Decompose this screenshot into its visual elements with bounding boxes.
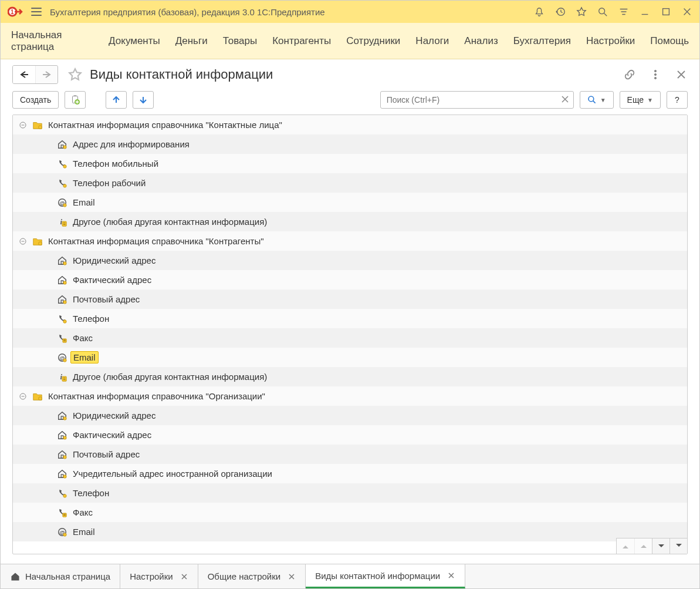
address-icon xyxy=(56,255,68,266)
tree-item[interactable]: Другое (любая другая контактная информац… xyxy=(13,212,687,231)
menu-item-9[interactable]: Настройки xyxy=(586,35,635,47)
collapse-icon[interactable] xyxy=(19,121,27,129)
menu-item-8[interactable]: Бухгалтерия xyxy=(513,35,571,47)
tab-close-icon[interactable] xyxy=(180,573,188,581)
menu-item-10[interactable]: Помощь xyxy=(650,35,689,47)
more-button[interactable]: Еще▼ xyxy=(620,91,661,109)
tree-item-label: Почтовый адрес xyxy=(73,294,140,304)
menu-item-1[interactable]: Документы xyxy=(109,35,160,47)
tree-item-label: Юридический адрес xyxy=(73,255,155,265)
menu-item-3[interactable]: Товары xyxy=(223,35,257,47)
bottom-tab-label: Виды контактной информации xyxy=(315,571,440,581)
tree-item-label: Email xyxy=(73,527,95,537)
star-icon[interactable] xyxy=(576,6,587,17)
tree-item[interactable]: Почтовый адрес xyxy=(13,290,687,309)
address-icon xyxy=(56,139,68,150)
nav-back-forward xyxy=(12,65,58,84)
tree-item-label: Телефон xyxy=(73,314,109,324)
search-clear-icon[interactable] xyxy=(560,94,570,105)
tree-nav-up[interactable] xyxy=(634,538,652,554)
tree-nav-top[interactable] xyxy=(617,538,634,554)
tree-group[interactable]: Контактная информация справочника "Орган… xyxy=(13,386,687,406)
phone-icon xyxy=(56,159,68,169)
kebab-menu-icon[interactable] xyxy=(649,68,662,81)
tab-close-icon[interactable] xyxy=(447,571,455,580)
info-icon xyxy=(56,217,68,227)
move-down-button[interactable] xyxy=(133,91,154,109)
tree-item[interactable]: Учредительный адрес иностранной организа… xyxy=(13,464,687,483)
close-page-icon[interactable] xyxy=(675,68,688,81)
maximize-icon[interactable] xyxy=(661,6,671,17)
collapse-icon[interactable] xyxy=(19,392,27,400)
tree-item[interactable]: Телефон xyxy=(13,309,687,328)
create-button[interactable]: Создать xyxy=(12,91,59,109)
favorite-toggle-icon[interactable] xyxy=(67,67,83,82)
tree-nav-bottom[interactable] xyxy=(669,538,687,554)
filter-icon[interactable] xyxy=(618,6,629,17)
tree-item[interactable]: Email xyxy=(13,348,687,367)
titlebar: 1 Бухгалтерия предприятия (базовая), ред… xyxy=(1,1,699,23)
tab-close-icon[interactable] xyxy=(288,573,296,581)
tree-item-label: Другое (любая другая контактная информац… xyxy=(73,217,267,227)
minimize-icon[interactable] xyxy=(640,6,650,17)
page-title: Виды контактной информации xyxy=(90,67,273,82)
tree-item[interactable]: Почтовый адрес xyxy=(13,445,687,464)
menu-item-6[interactable]: Налоги xyxy=(415,35,449,47)
bottom-tab-label: Настройки xyxy=(130,571,173,581)
phone-icon xyxy=(56,314,68,324)
tree-item[interactable]: Факс xyxy=(13,503,687,522)
search-icon[interactable] xyxy=(597,6,608,17)
tree-item-label: Юридический адрес xyxy=(73,410,155,420)
address-icon xyxy=(56,430,68,440)
collapse-icon[interactable] xyxy=(19,237,27,245)
search-execute-button[interactable]: ▼ xyxy=(580,91,614,109)
menu-item-2[interactable]: Деньги xyxy=(175,35,208,47)
create-copy-button[interactable] xyxy=(65,91,86,109)
menu-item-5[interactable]: Сотрудники xyxy=(346,35,400,47)
tree-item[interactable]: Другое (любая другая контактная информац… xyxy=(13,367,687,386)
fax-icon xyxy=(56,507,68,518)
tree-item[interactable]: Юридический адрес xyxy=(13,251,687,270)
bell-icon[interactable] xyxy=(534,6,545,17)
nav-back-button[interactable] xyxy=(13,66,35,83)
tree-item[interactable]: Email xyxy=(13,522,687,541)
bottom-tab-1[interactable]: Настройки xyxy=(120,564,198,588)
tree-item[interactable]: Телефон мобильный xyxy=(13,154,687,173)
bottom-tabs: Начальная страницаНастройкиОбщие настрой… xyxy=(1,564,699,588)
email-icon xyxy=(56,527,68,537)
move-up-button[interactable] xyxy=(106,91,127,109)
tree-item[interactable]: Телефон рабочий xyxy=(13,173,687,193)
tree-group[interactable]: Контактная информация справочника "Контр… xyxy=(13,231,687,251)
tree-item[interactable]: Адрес для информирования xyxy=(13,134,687,154)
tree-item[interactable]: Фактический адрес xyxy=(13,425,687,445)
bottom-tab-2[interactable]: Общие настройки xyxy=(198,564,306,588)
menu-item-7[interactable]: Анализ xyxy=(464,35,498,47)
help-button-label: ? xyxy=(675,95,679,105)
tree-nav-down[interactable] xyxy=(652,538,669,554)
bottom-tab-3[interactable]: Виды контактной информации xyxy=(306,564,465,588)
history-icon[interactable] xyxy=(555,6,566,17)
more-button-label: Еще xyxy=(627,95,644,105)
close-window-icon[interactable] xyxy=(682,6,692,17)
menu-item-4[interactable]: Контрагенты xyxy=(272,35,331,47)
fax-icon xyxy=(56,333,68,344)
hamburger-icon[interactable] xyxy=(31,8,42,16)
tree-item-label: Email xyxy=(73,197,95,207)
svg-rect-18 xyxy=(663,9,669,15)
help-button[interactable]: ? xyxy=(667,91,688,109)
tree-item[interactable]: Email xyxy=(13,193,687,212)
nav-forward-button[interactable] xyxy=(35,66,58,83)
link-icon[interactable] xyxy=(623,68,636,81)
tree-group[interactable]: Контактная информация справочника "Конта… xyxy=(13,115,687,134)
tree-item-label: Телефон xyxy=(73,488,109,498)
menubar: Начальная страницаДокументыДеньгиТоварыК… xyxy=(1,23,699,59)
tree-item[interactable]: Фактический адрес xyxy=(13,270,687,290)
bottom-tab-0[interactable]: Начальная страница xyxy=(1,564,120,588)
svg-point-20 xyxy=(654,73,656,75)
tree-item[interactable]: Юридический адрес xyxy=(13,406,687,425)
search-input[interactable] xyxy=(380,91,574,109)
tree-item[interactable]: Факс xyxy=(13,328,687,348)
tree-item[interactable]: Телефон xyxy=(13,483,687,503)
menu-item-0[interactable]: Начальная страница xyxy=(11,29,93,53)
bottom-tab-label: Общие настройки xyxy=(208,571,281,581)
